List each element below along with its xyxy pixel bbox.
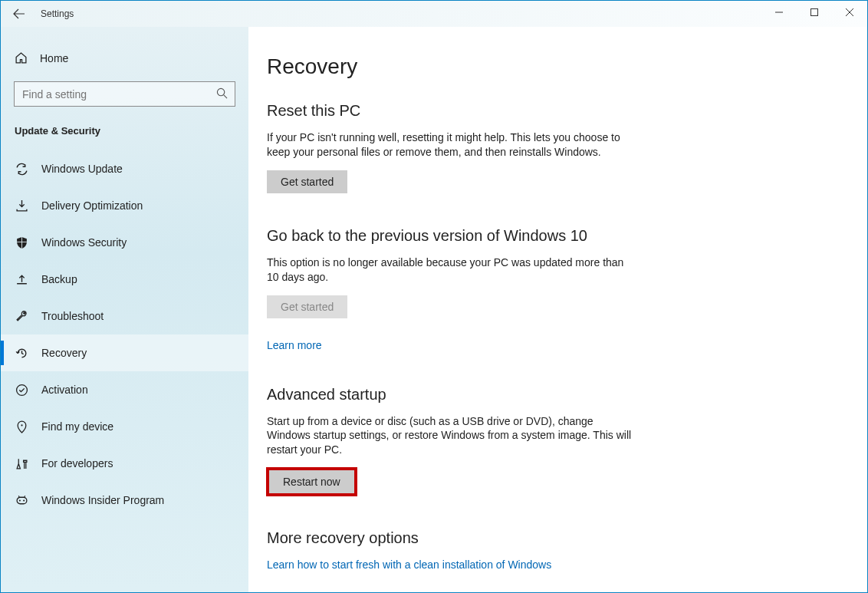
section-heading: Go back to the previous version of Windo… <box>267 227 635 245</box>
check-circle-icon <box>15 384 28 397</box>
sidebar-item-label: Find my device <box>41 420 113 433</box>
svg-point-2 <box>16 384 27 395</box>
sidebar-item-label: Backup <box>41 273 77 285</box>
home-icon <box>15 51 28 64</box>
goback-get-started-button: Get started <box>267 295 347 318</box>
sidebar-item-activation[interactable]: Activation <box>1 371 248 408</box>
arrow-left-icon <box>13 8 25 20</box>
titlebar: Settings <box>1 1 867 27</box>
home-link[interactable]: Home <box>1 45 248 71</box>
ninja-icon <box>15 494 28 507</box>
sidebar-item-find-my-device[interactable]: Find my device <box>1 408 248 445</box>
close-icon <box>846 8 853 16</box>
sidebar-item-label: Troubleshoot <box>41 310 104 322</box>
app-title: Settings <box>41 8 74 19</box>
sidebar-item-recovery[interactable]: Recovery <box>1 334 248 371</box>
maximize-button[interactable] <box>797 1 832 24</box>
sidebar-item-windows-security[interactable]: Windows Security <box>1 224 248 261</box>
section-desc: Start up from a device or disc (such as … <box>267 414 635 458</box>
section-more-recovery: More recovery options Learn how to start… <box>267 529 635 572</box>
section-heading: Advanced startup <box>267 386 635 404</box>
sidebar-item-label: For developers <box>41 457 113 469</box>
sidebar-list: Windows Update Delivery Optimization Win… <box>1 150 248 519</box>
reset-get-started-button[interactable]: Get started <box>267 170 347 193</box>
category-title: Update & Security <box>1 125 248 150</box>
wrench-icon <box>15 310 28 323</box>
section-go-back: Go back to the previous version of Windo… <box>267 227 635 352</box>
sidebar-item-label: Activation <box>41 384 88 396</box>
minimize-button[interactable] <box>761 1 797 24</box>
window-controls <box>761 1 867 24</box>
sync-icon <box>15 163 28 176</box>
svg-point-5 <box>18 499 20 501</box>
back-button[interactable] <box>1 1 38 27</box>
section-heading: Reset this PC <box>267 102 635 120</box>
sidebar-item-delivery-optimization[interactable]: Delivery Optimization <box>1 187 248 224</box>
sidebar-item-for-developers[interactable]: For developers <box>1 445 248 482</box>
location-icon <box>15 420 28 433</box>
sidebar-item-label: Windows Update <box>41 163 123 175</box>
svg-point-3 <box>21 424 22 426</box>
sidebar-item-windows-update[interactable]: Windows Update <box>1 150 248 187</box>
maximize-icon <box>810 8 818 16</box>
restart-now-button[interactable]: Restart now <box>267 468 357 496</box>
section-desc: If your PC isn't running well, resetting… <box>267 130 635 160</box>
sidebar: Home Update & Security Windows Update De… <box>1 27 248 592</box>
download-icon <box>15 199 28 212</box>
close-button[interactable] <box>832 1 867 24</box>
tools-icon <box>15 457 28 470</box>
sidebar-item-label: Windows Security <box>41 236 127 249</box>
upload-icon <box>15 273 28 286</box>
history-icon <box>15 347 28 360</box>
start-fresh-link[interactable]: Learn how to start fresh with a clean in… <box>267 558 551 571</box>
section-advanced-startup: Advanced startup Start up from a device … <box>267 386 635 496</box>
learn-more-link[interactable]: Learn more <box>267 339 322 351</box>
sidebar-item-label: Delivery Optimization <box>41 199 143 212</box>
section-heading: More recovery options <box>267 529 635 547</box>
page-title: Recovery <box>267 54 849 79</box>
sidebar-item-backup[interactable]: Backup <box>1 261 248 298</box>
svg-rect-0 <box>811 9 818 16</box>
section-desc: This option is no longer available becau… <box>267 255 635 285</box>
search-icon <box>216 87 228 99</box>
svg-point-1 <box>217 88 224 95</box>
svg-rect-4 <box>17 497 27 504</box>
sidebar-item-windows-insider[interactable]: Windows Insider Program <box>1 482 248 519</box>
sidebar-item-label: Recovery <box>41 347 87 359</box>
search-input[interactable] <box>14 81 235 107</box>
sidebar-item-label: Windows Insider Program <box>41 494 164 506</box>
section-reset-pc: Reset this PC If your PC isn't running w… <box>267 102 635 193</box>
shield-icon <box>15 236 28 249</box>
minimize-icon <box>775 8 783 16</box>
sidebar-item-troubleshoot[interactable]: Troubleshoot <box>1 298 248 334</box>
home-label: Home <box>40 52 68 64</box>
main-content: Recovery Reset this PC If your PC isn't … <box>248 27 867 592</box>
svg-point-6 <box>23 499 25 501</box>
